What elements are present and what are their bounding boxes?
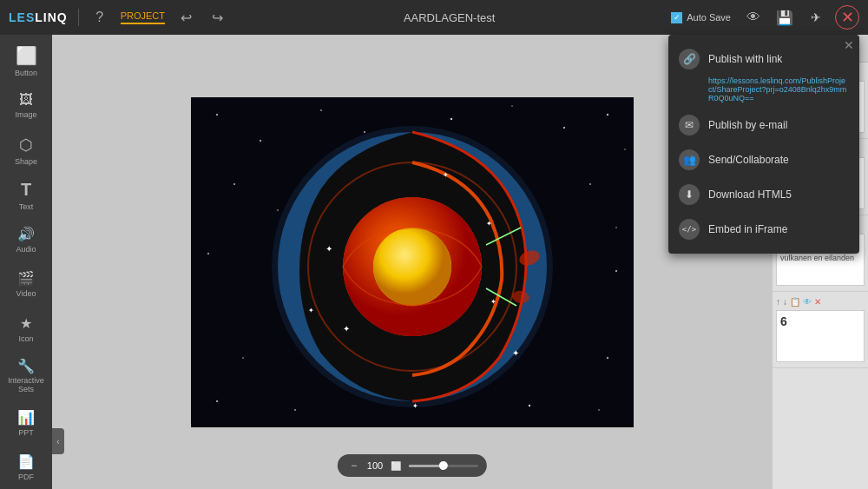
svg-point-17	[607, 356, 608, 358]
zoom-slider-fill	[409, 465, 444, 467]
publish-email-item[interactable]: ✉ Publish by e-mail	[668, 108, 859, 142]
slide-thumb-actions-6: ↑ ↓ 📋 👁 ✕	[776, 297, 865, 307]
svg-point-21	[529, 404, 530, 406]
audio-icon: 🔊	[17, 226, 35, 242]
slide-visible-button-6[interactable]: 👁	[803, 297, 812, 307]
redo-icon[interactable]: ↪	[207, 7, 227, 28]
icon-icon: ★	[20, 315, 32, 332]
svg-text:✦: ✦	[412, 402, 418, 410]
sidebar-item-image[interactable]: 🖼 Image	[3, 84, 49, 127]
embed-iframe-icon: </>	[679, 219, 700, 240]
video-icon: 🎬	[17, 270, 35, 287]
svg-text:✦: ✦	[512, 348, 519, 358]
publish-link-icon: 🔗	[679, 49, 700, 69]
document-title: AARDLAGEN-test	[238, 11, 661, 24]
zoom-value: 100	[367, 460, 383, 471]
slide-up-button-6[interactable]: ↑	[776, 297, 780, 307]
slide-copy-button-6[interactable]: 📋	[790, 297, 800, 307]
send-collaborate-icon: 👥	[679, 149, 700, 170]
help-icon[interactable]: ?	[89, 7, 110, 28]
svg-point-3	[320, 109, 322, 111]
autosave-toggle[interactable]: ✓ Auto Save	[671, 12, 731, 23]
svg-point-15	[615, 270, 617, 272]
sidebar-label-pdf: PDF	[18, 472, 34, 481]
publish-icon[interactable]: ✈	[804, 5, 828, 30]
sidebar-item-button[interactable]: ⬜ Button	[3, 40, 49, 83]
preview-icon[interactable]: 👁	[741, 5, 766, 30]
slide-thumb-6: ↑ ↓ 📋 👁 ✕ 6	[773, 292, 868, 368]
sidebar-collapse-button[interactable]: ‹	[52, 428, 64, 454]
sidebar-item-interactive-sets[interactable]: 🔧 InteractiveSets	[3, 352, 49, 400]
svg-point-32	[373, 228, 451, 306]
topbar-divider	[78, 9, 79, 26]
canvas-area[interactable]: ✦ ✦ ✦ ✦ ✦ ✦ ✦ ✦	[52, 35, 773, 489]
button-icon: ⬜	[16, 45, 37, 66]
dropdown-close-button[interactable]: ✕	[844, 38, 854, 52]
slide-delete-button-6[interactable]: ✕	[814, 297, 821, 307]
publish-link-item[interactable]: 🔗 Publish with link	[668, 42, 859, 76]
sidebar-label-shape: Shape	[15, 157, 37, 166]
download-html5-label: Download HTML5	[708, 188, 792, 201]
image-icon: 🖼	[19, 92, 33, 108]
project-label[interactable]: PROJECT	[121, 10, 165, 24]
slide-number-6: 6	[780, 314, 787, 328]
ppt-icon: 📊	[17, 409, 35, 426]
earth-illustration: ✦ ✦ ✦ ✦ ✦ ✦ ✦ ✦	[191, 97, 634, 427]
svg-text:✦: ✦	[443, 171, 449, 179]
save-icon[interactable]: 💾	[773, 5, 797, 30]
autosave-checkbox[interactable]: ✓	[671, 12, 682, 23]
svg-point-1	[216, 114, 218, 116]
sidebar-item-text[interactable]: T Text	[3, 174, 49, 216]
slide-label-5: vulkanen en eilanden	[780, 254, 854, 262]
sidebar-label-ppt: PPT	[18, 428, 34, 437]
svg-point-13	[615, 227, 617, 228]
svg-point-8	[607, 113, 608, 115]
svg-point-6	[511, 105, 513, 107]
sidebar-item-icon[interactable]: ★ Icon	[3, 307, 49, 350]
send-collaborate-item[interactable]: 👥 Send/Collaborate	[668, 142, 859, 177]
zoom-slider-thumb[interactable]	[439, 461, 448, 470]
embed-iframe-item[interactable]: </> Embed in iFrame	[668, 212, 859, 247]
text-icon: T	[21, 180, 31, 200]
topbar-actions: 👁 💾 ✈ ✕	[741, 5, 859, 30]
publish-link-url[interactable]: https://lessons.leslinq.com/PublishProje…	[668, 76, 859, 108]
close-icon[interactable]: ✕	[835, 5, 859, 30]
sidebar-label-icon: Icon	[18, 334, 33, 343]
autosave-label: Auto Save	[687, 12, 731, 23]
sidebar-label-video: Video	[16, 289, 36, 298]
zoom-in-button[interactable]: ⬜	[388, 458, 404, 473]
sidebar-item-pdf[interactable]: 📄 PDF	[3, 446, 49, 489]
zoom-out-button[interactable]: −	[346, 458, 362, 473]
svg-point-18	[216, 400, 218, 402]
download-html5-item[interactable]: ⬇ Download HTML5	[668, 177, 859, 212]
slide-preview-6[interactable]: 6	[776, 310, 865, 362]
embed-iframe-label: Embed in iFrame	[708, 223, 787, 235]
svg-text:✦: ✦	[486, 220, 492, 228]
download-html5-icon: ⬇	[679, 184, 700, 205]
sidebar-item-shape[interactable]: ⬡ Shape	[3, 129, 49, 172]
svg-text:✦: ✦	[308, 307, 314, 314]
canvas-content: ✦ ✦ ✦ ✦ ✦ ✦ ✦ ✦	[191, 97, 634, 427]
svg-text:✦: ✦	[326, 244, 332, 254]
sidebar-item-audio[interactable]: 🔊 Audio	[3, 218, 49, 261]
publish-dropdown: ✕ 🔗 Publish with link https://lessons.le…	[668, 35, 859, 254]
svg-point-2	[260, 139, 261, 141]
svg-point-5	[450, 117, 452, 119]
shape-icon: ⬡	[19, 135, 33, 155]
publish-email-icon: ✉	[679, 115, 700, 135]
svg-point-11	[277, 209, 279, 211]
undo-icon[interactable]: ↩	[175, 7, 196, 28]
sidebar-item-video[interactable]: 🎬 Video	[3, 263, 49, 306]
svg-point-20	[294, 409, 296, 411]
pdf-icon: 📄	[17, 453, 35, 470]
svg-point-10	[233, 183, 235, 185]
sidebar-item-ppt[interactable]: 📊 PPT	[3, 401, 49, 444]
logo-accent: LES	[9, 10, 35, 24]
sidebar-label-image: Image	[15, 110, 36, 119]
zoom-slider[interactable]	[409, 465, 478, 467]
slide-down-button-6[interactable]: ↓	[783, 297, 787, 307]
publish-email-label: Publish by e-mail	[708, 119, 787, 131]
app-logo: LESLINQ	[9, 10, 68, 24]
svg-text:✦: ✦	[343, 324, 350, 334]
sidebar-label-button: Button	[15, 69, 37, 77]
